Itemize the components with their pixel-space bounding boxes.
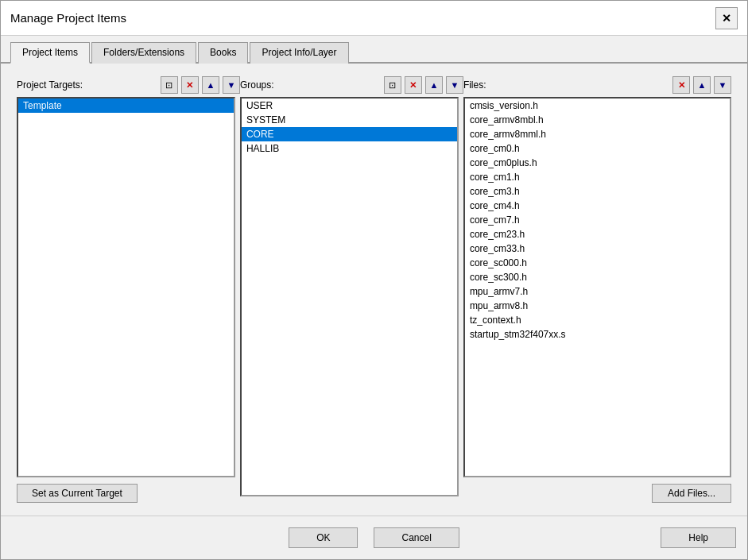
list-item[interactable]: core_cm0.h bbox=[465, 141, 730, 156]
list-item[interactable]: startup_stm32f407xx.s bbox=[465, 327, 730, 342]
files-label: Files: bbox=[463, 79, 669, 91]
files-up-button[interactable]: ▲ bbox=[693, 76, 711, 94]
groups-list[interactable]: USER SYSTEM CORE HALLIB bbox=[240, 97, 459, 496]
groups-panel: Groups: ⊡ ✕ ▲ ▼ USER bbox=[240, 76, 463, 503]
footer-center-buttons: OK Cancel bbox=[289, 527, 459, 548]
window-title: Manage Project Items bbox=[10, 11, 126, 25]
up-group-icon: ▲ bbox=[429, 80, 438, 90]
list-item[interactable]: mpu_armv7.h bbox=[465, 284, 730, 299]
project-targets-delete-button[interactable]: ✕ bbox=[181, 76, 199, 94]
tab-books[interactable]: Books bbox=[198, 42, 248, 64]
files-list-container: cmsis_version.h core_armv8mbl.h core_arm… bbox=[463, 97, 731, 477]
list-item[interactable]: mpu_armv8.h bbox=[465, 299, 730, 313]
close-button[interactable]: ✕ bbox=[715, 7, 738, 29]
groups-label: Groups: bbox=[240, 79, 381, 91]
project-targets-panel: Project Targets: ⊡ ✕ ▲ ▼ bbox=[17, 76, 240, 503]
list-item[interactable]: core_cm1.h bbox=[465, 170, 730, 184]
delete-file-icon: ✕ bbox=[678, 80, 685, 91]
list-item[interactable]: core_cm7.h bbox=[465, 213, 730, 227]
tab-folders-extensions[interactable]: Folders/Extensions bbox=[91, 42, 196, 64]
files-panel: Files: ✕ ▲ ▼ cmsis_version.h core_armv8m… bbox=[463, 76, 731, 503]
tab-project-items[interactable]: Project Items bbox=[10, 42, 90, 64]
project-targets-new-button[interactable]: ⊡ bbox=[161, 76, 178, 94]
panels-row: Project Targets: ⊡ ✕ ▲ ▼ bbox=[17, 76, 731, 503]
groups-delete-button[interactable]: ✕ bbox=[405, 76, 422, 94]
files-list[interactable]: cmsis_version.h core_armv8mbl.h core_arm… bbox=[465, 98, 730, 476]
up-arrow-icon: ▲ bbox=[206, 80, 215, 90]
list-item[interactable]: core_cm0plus.h bbox=[465, 156, 730, 170]
delete-group-icon: ✕ bbox=[409, 80, 417, 91]
groups-up-button[interactable]: ▲ bbox=[425, 76, 443, 94]
footer-right-buttons: Help bbox=[661, 527, 736, 548]
add-files-button[interactable]: Add Files... bbox=[652, 484, 731, 503]
footer-container: OK Cancel Help bbox=[12, 527, 736, 548]
groups-header: Groups: ⊡ ✕ ▲ ▼ bbox=[240, 76, 463, 94]
list-item[interactable]: core_armv8mml.h bbox=[465, 127, 730, 141]
project-targets-actions: Set as Current Target bbox=[17, 484, 240, 503]
project-targets-up-button[interactable]: ▲ bbox=[202, 76, 219, 94]
footer: OK Cancel Help bbox=[1, 516, 747, 559]
title-bar: Manage Project Items ✕ bbox=[1, 1, 747, 36]
cancel-button[interactable]: Cancel bbox=[374, 527, 459, 548]
project-targets-header: Project Targets: ⊡ ✕ ▲ ▼ bbox=[17, 76, 240, 94]
set-current-target-button[interactable]: Set as Current Target bbox=[17, 484, 138, 503]
list-item[interactable]: SYSTEM bbox=[242, 113, 457, 127]
ok-button[interactable]: OK bbox=[289, 527, 358, 548]
content-area: Project Targets: ⊡ ✕ ▲ ▼ bbox=[1, 64, 747, 516]
list-item[interactable]: HALLIB bbox=[242, 141, 457, 156]
project-targets-list[interactable]: Template bbox=[17, 97, 235, 477]
tab-project-info-layer[interactable]: Project Info/Layer bbox=[250, 42, 348, 64]
list-item[interactable]: Template bbox=[18, 98, 234, 113]
project-targets-down-button[interactable]: ▼ bbox=[223, 76, 240, 94]
new-item-icon: ⊡ bbox=[165, 80, 172, 91]
up-file-icon: ▲ bbox=[698, 80, 707, 90]
list-item[interactable]: core_cm33.h bbox=[465, 241, 730, 256]
list-item[interactable]: core_sc300.h bbox=[465, 270, 730, 284]
down-arrow-icon: ▼ bbox=[227, 80, 235, 90]
list-item[interactable]: CORE bbox=[242, 127, 457, 141]
tabs-bar: Project Items Folders/Extensions Books P… bbox=[1, 36, 747, 64]
groups-down-button[interactable]: ▼ bbox=[446, 76, 463, 94]
delete-icon: ✕ bbox=[186, 80, 193, 91]
list-item[interactable]: cmsis_version.h bbox=[465, 98, 730, 113]
list-item[interactable]: core_cm23.h bbox=[465, 227, 730, 241]
list-item[interactable]: USER bbox=[242, 98, 457, 113]
help-button[interactable]: Help bbox=[661, 527, 736, 548]
list-item[interactable]: core_cm3.h bbox=[465, 184, 730, 199]
manage-project-items-window: Manage Project Items ✕ Project Items Fol… bbox=[0, 0, 748, 560]
list-item[interactable]: tz_context.h bbox=[465, 313, 730, 327]
files-down-button[interactable]: ▼ bbox=[714, 76, 731, 94]
project-targets-label: Project Targets: bbox=[17, 79, 157, 91]
files-delete-button[interactable]: ✕ bbox=[672, 76, 690, 94]
down-group-icon: ▼ bbox=[450, 80, 459, 90]
list-item[interactable]: core_cm4.h bbox=[465, 199, 730, 213]
list-item[interactable]: core_armv8mbl.h bbox=[465, 113, 730, 127]
files-actions: Add Files... bbox=[463, 484, 731, 503]
list-item[interactable]: core_sc000.h bbox=[465, 256, 730, 270]
new-group-icon: ⊡ bbox=[389, 80, 396, 91]
down-file-icon: ▼ bbox=[719, 80, 727, 90]
groups-new-button[interactable]: ⊡ bbox=[384, 76, 401, 94]
files-header: Files: ✕ ▲ ▼ bbox=[463, 76, 731, 94]
